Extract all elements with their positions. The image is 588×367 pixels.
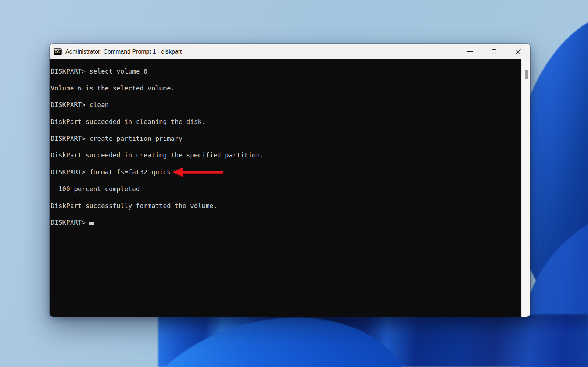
terminal-line: DiskPart successfully formatted the volu… [51,202,521,210]
terminal-line: 100 percent completed [51,185,521,193]
terminal-line: DISKPART> create partition primary [51,135,521,143]
caption-buttons [458,44,530,59]
terminal-line [51,193,521,202]
terminal-screen[interactable]: DISKPART> select volume 6Volume 6 is the… [50,59,521,317]
terminal-line [51,109,521,118]
minimize-button[interactable] [458,44,482,59]
terminal-line [51,76,521,84]
scrollbar-track[interactable] [521,59,530,317]
scrollbar-thumb[interactable] [525,70,528,79]
close-icon [515,49,521,55]
titlebar[interactable]: C:\ Administrator: Command Prompt 1 - di… [50,44,530,59]
terminal-cursor [89,222,94,225]
desktop: { "window": { "title": "Administrator: C… [0,0,588,367]
terminal-line [51,210,521,218]
terminal-line [51,143,521,152]
wallpaper-petal-band [158,314,588,367]
minimize-icon [467,51,473,52]
maximize-icon [492,49,496,54]
annotation-arrow-icon [172,167,227,178]
cmd-icon-label: C:\ [54,50,61,54]
terminal-line: DISKPART> [51,218,521,227]
terminal-line: DISKPART> format fs=fat32 quick [51,168,521,177]
terminal-line: Volume 6 is the selected volume. [51,84,521,93]
terminal-line: DISKPART> clean [51,101,521,109]
terminal-line [51,93,521,101]
terminal-line [51,126,521,135]
terminal-output: DISKPART> select volume 6Volume 6 is the… [51,67,521,227]
maximize-button[interactable] [482,44,506,59]
cmd-icon: C:\ [54,48,62,55]
close-button[interactable] [506,44,530,59]
terminal-line: DISKPART> select volume 6 [51,67,521,76]
terminal-line: DiskPart succeeded in cleaning the disk. [51,118,521,126]
terminal-line [51,177,521,185]
terminal-window: C:\ Administrator: Command Prompt 1 - di… [50,44,530,317]
terminal-line: DiskPart succeeded in creating the speci… [51,151,521,160]
terminal-line [51,160,521,168]
window-title: Administrator: Command Prompt 1 - diskpa… [65,49,182,55]
